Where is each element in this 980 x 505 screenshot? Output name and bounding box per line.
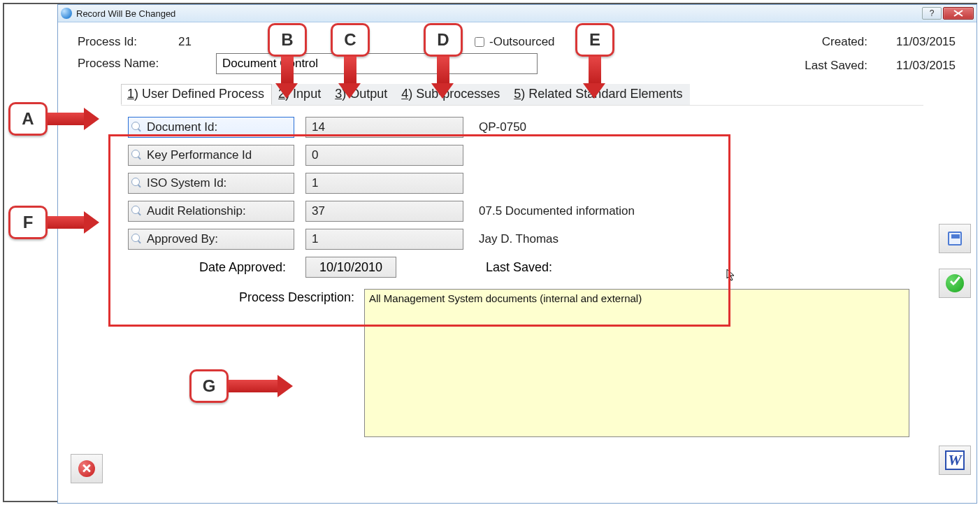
dialog-content: Process Id: 21 -Outsourced Process Name:…	[58, 22, 977, 503]
callout-a-box: A	[8, 102, 48, 136]
last-saved-label: Last Saved:	[798, 59, 867, 73]
ok-button[interactable]	[939, 269, 971, 298]
last-saved-inline-label: Last Saved:	[421, 260, 909, 275]
callout-g-box: G	[189, 369, 229, 403]
callout-a: A	[8, 102, 980, 136]
close-button[interactable]	[943, 7, 974, 20]
callout-b: B	[268, 23, 307, 57]
dialog-window: Record Will Be Changed ? Process Id: 21 …	[57, 4, 977, 504]
cancel-icon	[78, 460, 95, 477]
process-name-input[interactable]	[216, 53, 538, 74]
date-approved-value[interactable]: 10/10/2010	[305, 257, 396, 278]
outsourced-checkbox[interactable]	[475, 37, 484, 47]
cancel-button[interactable]	[71, 454, 103, 483]
meta-block: Created: 11/03/2015 Last Saved: 11/03/20…	[798, 35, 956, 83]
tab-panel: Document Id: 14 QP-0750 Key Performance …	[121, 105, 923, 463]
titlebar: Record Will Be Changed ?	[58, 5, 977, 22]
callout-g: G	[189, 369, 980, 403]
lookup-key-performance-id[interactable]: Key Performance Id	[128, 145, 294, 166]
help-button[interactable]: ?	[922, 7, 942, 20]
last-saved-value: 11/03/2015	[886, 59, 956, 73]
callout-f: F	[8, 206, 980, 239]
value-iso-system-id[interactable]: 1	[305, 173, 463, 194]
callout-e-box: E	[575, 23, 614, 57]
screenshot-frame: A F Record Will Be Changed ? Process Id:…	[3, 3, 977, 502]
callout-f-box: F	[8, 206, 48, 239]
window-title: Record Will Be Changed	[76, 8, 175, 19]
outsourced-checkbox-wrap[interactable]: -Outsourced	[472, 35, 555, 49]
checkmark-icon	[946, 274, 964, 292]
outsourced-label: -Outsourced	[489, 35, 555, 49]
word-export-button[interactable]: W	[939, 446, 971, 475]
lookup-iso-system-id[interactable]: ISO System Id:	[128, 173, 294, 194]
app-icon	[61, 8, 72, 19]
callout-d: D	[424, 23, 463, 57]
process-description-label: Process Description:	[128, 289, 364, 437]
process-name-label: Process Name:	[78, 57, 216, 71]
process-id-label: Process Id:	[78, 35, 178, 49]
callout-c-box: C	[331, 23, 370, 57]
search-icon	[131, 150, 143, 161]
callout-e: E	[575, 23, 614, 57]
callout-c: C	[331, 23, 370, 57]
value-key-performance-id[interactable]: 0	[305, 145, 463, 166]
search-icon	[131, 178, 143, 189]
created-value: 11/03/2015	[886, 35, 956, 49]
date-approved-label: Date Approved:	[128, 260, 294, 275]
process-id-value: 21	[178, 35, 234, 49]
process-description-textarea[interactable]	[364, 289, 909, 437]
word-icon: W	[945, 450, 965, 470]
created-label: Created:	[798, 35, 867, 49]
callout-b-box: B	[268, 23, 307, 57]
close-icon	[953, 10, 964, 17]
callout-d-box: D	[424, 23, 463, 57]
